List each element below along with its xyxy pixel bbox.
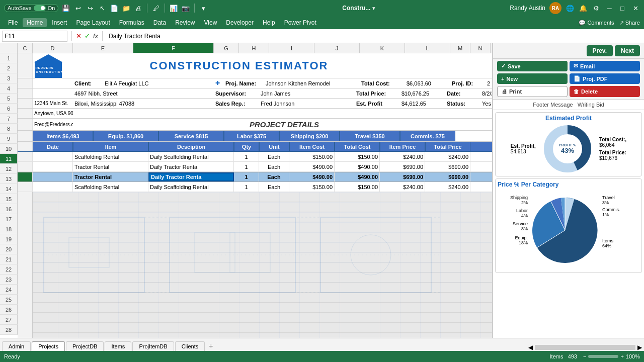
autosave-badge[interactable]: AutoSave On	[4, 4, 58, 12]
col-e[interactable]: E	[73, 43, 133, 53]
print-button[interactable]: 🖨 Print	[497, 86, 568, 97]
camera-icon[interactable]: 📷	[181, 4, 190, 13]
zoom-in-icon[interactable]: +	[620, 353, 623, 359]
row-16[interactable]	[18, 222, 492, 232]
settings-icon[interactable]: ⚙	[592, 4, 601, 13]
row-10[interactable]: Tractor Rental Daily Tractor Renta 1 Eac…	[18, 162, 492, 172]
row-14[interactable]	[18, 202, 492, 212]
cancel-formula-icon[interactable]: ✕	[76, 32, 82, 40]
rownum-21: 21	[0, 254, 18, 264]
comments-btn[interactable]: 💬 Comments	[579, 20, 614, 26]
zoom-slider[interactable]	[588, 355, 618, 358]
confirm-formula-icon[interactable]: ✓	[85, 32, 90, 40]
zoom-controls[interactable]: − + 100%	[583, 353, 640, 359]
dropdown-icon[interactable]: ▾	[199, 4, 208, 13]
save-icon[interactable]: 💾	[61, 4, 70, 13]
row-23[interactable]	[18, 293, 492, 303]
pointer-icon[interactable]: ↖	[98, 4, 107, 13]
save-button[interactable]: ✓ Save	[497, 61, 568, 71]
tab-items[interactable]: Items	[105, 341, 131, 351]
col-m[interactable]: M	[450, 43, 470, 53]
tab-admin[interactable]: Admin	[2, 341, 31, 351]
row-17[interactable]	[18, 232, 492, 242]
tab-view[interactable]: View	[200, 18, 221, 27]
col-h[interactable]: H	[239, 43, 269, 53]
tab-insert[interactable]: Insert	[48, 18, 71, 27]
tab-projects[interactable]: Projects	[32, 341, 65, 351]
scroll-right-icon[interactable]: ▶	[637, 344, 642, 351]
format-icon[interactable]: 🖊	[151, 4, 160, 13]
tab-file[interactable]: File	[4, 18, 22, 27]
col-f[interactable]: F	[133, 43, 214, 53]
name-box[interactable]	[2, 31, 67, 42]
redo-icon[interactable]: ↪	[86, 4, 95, 13]
row-19[interactable]	[18, 252, 492, 262]
row-12[interactable]: Scaffolding Rental Daily Scaffolding Ren…	[18, 182, 492, 192]
row-18[interactable]	[18, 242, 492, 252]
scroll-left-icon[interactable]: ◀	[528, 344, 533, 351]
proj-pdf-button[interactable]: 📄 Proj. PDF	[570, 73, 640, 84]
share-btn[interactable]: ↗ Share	[619, 20, 640, 26]
prev-button[interactable]: Prev.	[587, 45, 613, 56]
row-27[interactable]	[18, 333, 492, 338]
next-button[interactable]: Next	[615, 45, 640, 56]
scrollbar[interactable]	[535, 345, 635, 350]
tab-clients[interactable]: Clients	[175, 341, 205, 351]
zoom-out-icon[interactable]: −	[583, 353, 586, 359]
summary-shipping: Shipping $200	[279, 131, 340, 141]
row-20[interactable]	[18, 262, 492, 273]
new-doc-icon[interactable]: 📄	[110, 4, 119, 13]
cell-r11-desc[interactable]: Daily Tractor Renta	[148, 172, 234, 182]
col-g[interactable]: G	[214, 43, 239, 53]
row-22[interactable]	[18, 283, 492, 293]
titlebar: AutoSave On 💾 ↩ ↪ ↖ 📄 📁 🖨 🖊 📊 📷 ▾ Constr…	[0, 0, 644, 16]
tab-formulas[interactable]: Formulas	[115, 18, 148, 27]
email-button[interactable]: ✉ Email	[570, 61, 640, 71]
col-k[interactable]: K	[360, 43, 405, 53]
row-11[interactable]: Tractor Rental Daily Tractor Renta 1 Eac…	[18, 172, 492, 182]
tab-review[interactable]: Review	[171, 18, 199, 27]
col-c[interactable]: C	[18, 43, 33, 53]
add-sheet-button[interactable]: +	[206, 341, 216, 351]
col-i[interactable]: I	[269, 43, 314, 53]
new-button[interactable]: + New	[497, 73, 568, 84]
user-avatar[interactable]: RA	[549, 2, 561, 14]
cell-r27-placeholder	[18, 333, 33, 338]
print-icon[interactable]: 🖨	[134, 4, 143, 13]
row-9[interactable]: Scaffolding Rental Daily Scaffolding Ren…	[18, 152, 492, 162]
tab-projitemdb[interactable]: ProjItemDB	[132, 341, 174, 351]
open-icon[interactable]: 📁	[122, 4, 131, 13]
col-l[interactable]: L	[405, 43, 450, 53]
undo-icon[interactable]: ↩	[73, 4, 83, 13]
row-24[interactable]	[18, 303, 492, 313]
row-15[interactable]	[18, 212, 492, 222]
col-j[interactable]: J	[314, 43, 360, 53]
tab-power-pivot[interactable]: Power Pivot	[280, 18, 320, 27]
col-d[interactable]: D	[33, 43, 73, 53]
minimize-icon[interactable]: ─	[605, 4, 614, 13]
globe-icon[interactable]: 🌐	[566, 4, 575, 13]
autosave-toggle[interactable]	[34, 5, 46, 11]
rownum-15: 15	[0, 194, 18, 204]
col-n[interactable]: N	[470, 43, 491, 53]
row-21[interactable]	[18, 273, 492, 283]
row-25[interactable]	[18, 313, 492, 323]
title-dropdown[interactable]: ▾	[372, 5, 375, 12]
cell-r2-projid: 2	[486, 78, 492, 88]
maximize-icon[interactable]: □	[618, 4, 627, 13]
tab-developer[interactable]: Developer	[222, 18, 258, 27]
tab-home[interactable]: Home	[23, 18, 47, 27]
tab-projectdb[interactable]: ProjectDB	[66, 341, 104, 351]
close-icon[interactable]: ✕	[631, 4, 640, 13]
tab-data[interactable]: Data	[149, 18, 170, 27]
insert-function-icon[interactable]: fx	[93, 32, 98, 40]
formula-input[interactable]: Daily Tractor Renta	[107, 32, 642, 41]
chart-icon[interactable]: 📊	[169, 4, 178, 13]
comment-icon[interactable]: 🔔	[579, 4, 588, 13]
row-13[interactable]	[18, 192, 492, 202]
delete-button[interactable]: 🗑 Delete	[570, 86, 640, 97]
items-value: $6,493	[62, 133, 79, 139]
tab-help[interactable]: Help	[259, 18, 279, 27]
row-26[interactable]	[18, 323, 492, 333]
tab-page-layout[interactable]: Page Layout	[72, 18, 114, 27]
